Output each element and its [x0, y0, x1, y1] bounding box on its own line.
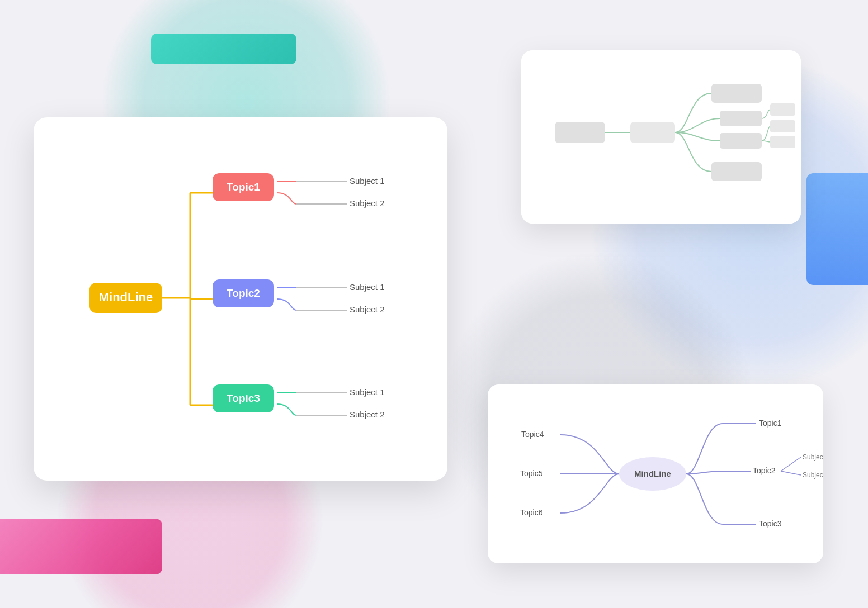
- svg-text:Topic3: Topic3: [759, 519, 782, 528]
- svg-text:Topic5: Topic5: [520, 469, 543, 478]
- svg-rect-29: [213, 384, 274, 412]
- svg-rect-3: [711, 84, 762, 103]
- svg-rect-10: [89, 283, 162, 313]
- deco-pink-bar: [0, 519, 162, 574]
- svg-text:Subject 1: Subject 1: [803, 453, 823, 461]
- deco-blue-bar: [806, 173, 868, 285]
- bottom-right-card: MindLine Topic4 Topic5 Topic6 Topic1 Top…: [488, 384, 823, 563]
- deco-teal-bar: [151, 34, 296, 64]
- purple-mindmap-svg: MindLine Topic4 Topic5 Topic6 Topic1 Top…: [488, 384, 823, 563]
- svg-text:Subject 1: Subject 1: [350, 282, 385, 292]
- svg-text:MindLine: MindLine: [634, 469, 671, 478]
- top-right-card: [521, 50, 801, 224]
- svg-rect-5: [720, 133, 762, 149]
- svg-rect-17: [213, 173, 274, 201]
- svg-text:Subject 2: Subject 2: [350, 198, 385, 208]
- svg-rect-8: [770, 120, 795, 132]
- svg-text:Topic2: Topic2: [753, 466, 776, 475]
- svg-rect-7: [770, 103, 795, 116]
- svg-text:Subject 1: Subject 1: [350, 176, 385, 186]
- svg-text:Topic4: Topic4: [521, 430, 544, 439]
- svg-text:Topic2: Topic2: [227, 287, 260, 299]
- svg-text:Subject 2: Subject 2: [803, 471, 823, 479]
- main-card: MindLine Topic1 Subject 1 Subject 2 Topi…: [34, 117, 447, 481]
- svg-text:Topic3: Topic3: [227, 392, 260, 404]
- svg-text:Topic1: Topic1: [759, 419, 782, 428]
- svg-rect-6: [711, 162, 762, 181]
- svg-rect-9: [770, 136, 795, 148]
- svg-text:Topic6: Topic6: [520, 508, 543, 517]
- main-mindmap-svg: MindLine Topic1 Subject 1 Subject 2 Topi…: [34, 117, 447, 481]
- svg-rect-4: [720, 111, 762, 126]
- svg-text:Subject 2: Subject 2: [350, 305, 385, 314]
- svg-text:Topic1: Topic1: [227, 181, 260, 193]
- gray-mindmap-svg: [521, 50, 801, 224]
- svg-rect-2: [555, 122, 605, 143]
- svg-text:Subject 1: Subject 1: [350, 387, 385, 397]
- svg-text:MindLine: MindLine: [99, 290, 153, 304]
- svg-text:Subject 2: Subject 2: [350, 410, 385, 419]
- svg-rect-23: [213, 279, 274, 307]
- svg-rect-1: [630, 122, 675, 143]
